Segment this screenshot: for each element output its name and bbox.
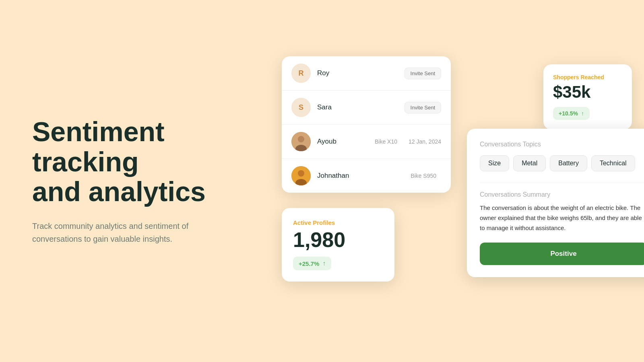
users-card: R Roy Invite Sent S Sara Invite Sent Ayo… (282, 56, 451, 193)
active-profiles-card: Active Profiles 1,980 +25.7% ↑ (282, 208, 394, 282)
avatar-sara: S (291, 98, 311, 117)
user-row-johnathan: Johnathan Bike S950 (282, 159, 451, 193)
invite-badge-roy: Invite Sent (405, 68, 441, 79)
user-name-ayoub: Ayoub (317, 138, 368, 146)
svg-point-4 (298, 170, 304, 177)
shoppers-growth: +10.5% ↑ (553, 107, 590, 120)
shoppers-reached-card: Shoppers Reached $35k +10.5% ↑ (543, 64, 632, 130)
shoppers-label: Shoppers Reached (553, 74, 622, 80)
summary-title: Conversations Summary (480, 191, 644, 198)
divider (480, 183, 644, 183)
conversations-card: Conversations Topics Size Metal Battery … (467, 129, 644, 277)
topic-battery: Battery (550, 155, 587, 171)
topic-metal: Metal (513, 155, 546, 171)
user-name-sara: Sara (317, 103, 398, 111)
avatar-johnathan (291, 166, 311, 185)
user-bike-ayoub: Bike X10 (375, 138, 397, 145)
positive-button[interactable]: Positive (480, 243, 644, 265)
avatar-roy: R (291, 64, 311, 83)
right-section: R Roy Invite Sent S Sara Invite Sent Ayo… (274, 0, 644, 362)
left-section: Sentiment tracking and analytics Track c… (0, 93, 274, 269)
user-bike-johnathan: Bike S950 (411, 173, 436, 179)
svg-point-1 (298, 136, 304, 142)
growth-arrow-icon: ↑ (322, 260, 326, 267)
user-row-ayoub: Ayoub Bike X10 12 Jan, 2024 (282, 125, 451, 159)
shoppers-amount: $35k (553, 84, 622, 101)
topics-title: Conversations Topics (480, 141, 644, 148)
topic-technical: Technical (591, 155, 635, 171)
topic-size: Size (480, 155, 509, 171)
user-row-sara: S Sara Invite Sent (282, 90, 451, 125)
active-profiles-growth: +25.7% ↑ (293, 257, 331, 270)
user-date-ayoub: 12 Jan, 2024 (409, 138, 441, 145)
summary-text: The conversation is about the weight of … (480, 203, 644, 233)
active-profiles-label: Active Profiles (293, 219, 383, 226)
invite-badge-sara: Invite Sent (405, 102, 441, 113)
user-row-roy: R Roy Invite Sent (282, 56, 451, 90)
active-profiles-number: 1,980 (293, 229, 383, 250)
shoppers-growth-arrow-icon: ↑ (581, 110, 584, 117)
sub-text: Track community analytics and sentiment … (32, 220, 217, 245)
user-name-roy: Roy (317, 69, 398, 77)
topics-row: Size Metal Battery Technical (480, 155, 644, 171)
user-name-johnathan: Johnathan (317, 172, 404, 180)
main-heading: Sentiment tracking and analytics (32, 117, 242, 207)
avatar-ayoub (291, 132, 311, 151)
